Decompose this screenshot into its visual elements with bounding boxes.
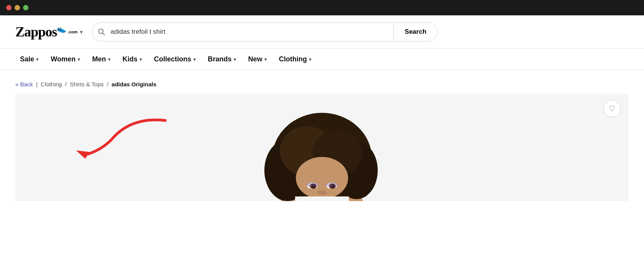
nav-item-collections[interactable]: Collections ▾ <box>149 49 200 70</box>
chevron-down-icon: ▾ <box>36 57 38 62</box>
logo-chevron-icon[interactable]: ▾ <box>80 29 83 35</box>
svg-marker-2 <box>76 150 89 159</box>
nav-label-new: New <box>248 55 262 63</box>
titlebar <box>0 0 644 15</box>
heart-icon: ♡ <box>609 104 616 113</box>
search-input[interactable] <box>111 28 393 36</box>
maximize-button[interactable] <box>23 5 28 10</box>
nav-label-collections: Collections <box>154 55 191 63</box>
svg-point-19 <box>306 183 319 187</box>
svg-point-21 <box>317 190 327 195</box>
breadcrumb-clothing-link[interactable]: Clothing <box>41 81 62 87</box>
logo-text: Zappos👟 <box>15 25 66 39</box>
svg-rect-22 <box>295 196 349 201</box>
chevron-down-icon: ▾ <box>139 57 142 62</box>
nav-item-women[interactable]: Women ▾ <box>46 49 85 70</box>
minimize-button[interactable] <box>15 5 20 10</box>
search-button[interactable]: Search <box>393 23 437 41</box>
chevron-down-icon: ▾ <box>309 57 311 62</box>
header: Zappos👟 .com ▾ Search <box>0 15 644 49</box>
nav-label-brands: Brands <box>208 55 232 63</box>
nav-label-women: Women <box>51 55 76 63</box>
breadcrumb-separator: | <box>36 81 39 87</box>
chevron-down-icon: ▾ <box>234 57 236 62</box>
breadcrumb-current: adidas Originals <box>111 81 156 87</box>
nav-label-clothing: Clothing <box>279 55 307 63</box>
breadcrumb-shirts-link[interactable]: Shirts & Tops <box>70 81 104 87</box>
logo-area[interactable]: Zappos👟 .com ▾ <box>15 25 83 39</box>
nav-item-kids[interactable]: Kids ▾ <box>118 49 146 70</box>
favorite-button[interactable]: ♡ <box>603 100 621 117</box>
nav-label-sale: Sale <box>20 55 34 63</box>
search-icon <box>92 28 111 36</box>
svg-point-20 <box>325 183 338 187</box>
close-button[interactable] <box>6 5 12 10</box>
breadcrumb-slash: / <box>65 81 68 87</box>
chevron-down-icon: ▾ <box>264 57 267 62</box>
nav-item-sale[interactable]: Sale ▾ <box>15 49 43 70</box>
chevron-down-icon: ▾ <box>108 57 110 62</box>
nav-item-brands[interactable]: Brands ▾ <box>203 49 241 70</box>
nav-label-men: Men <box>92 55 106 63</box>
back-link[interactable]: « Back <box>15 81 33 87</box>
logo-com: .com <box>68 30 78 34</box>
breadcrumb-slash2: / <box>107 81 110 87</box>
chevron-down-icon: ▾ <box>193 57 196 62</box>
search-bar: Search <box>92 22 438 41</box>
model-image <box>249 94 395 201</box>
nav-item-men[interactable]: Men ▾ <box>88 49 115 70</box>
chevron-down-icon: ▾ <box>78 57 80 62</box>
nav: Sale ▾ Women ▾ Men ▾ Kids ▾ Collections … <box>0 49 644 70</box>
product-area: ♡ <box>15 94 629 201</box>
nav-label-kids: Kids <box>123 55 138 63</box>
arrow-annotation <box>61 109 169 168</box>
nav-item-new[interactable]: New ▾ <box>244 49 271 70</box>
nav-item-clothing[interactable]: Clothing ▾ <box>274 49 316 70</box>
svg-line-1 <box>103 33 105 35</box>
breadcrumb: « Back | Clothing / Shirts & Tops / adid… <box>0 70 644 94</box>
